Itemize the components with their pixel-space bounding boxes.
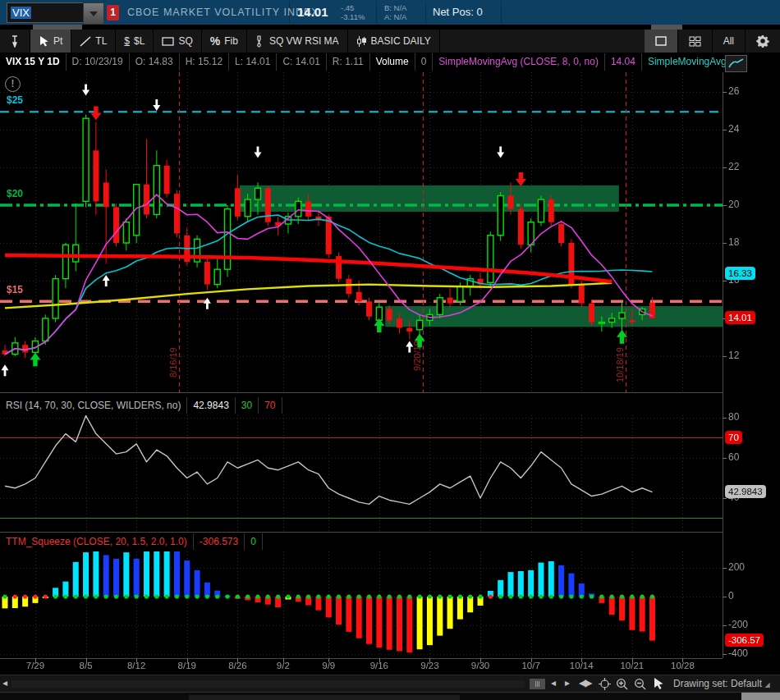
trendline-tool-button[interactable]: TL <box>71 30 116 53</box>
grid-icon <box>689 36 701 47</box>
background-window-strip <box>0 692 780 700</box>
line-chart-icon <box>726 56 746 71</box>
ohlc-close: C: 14.01 <box>277 53 326 71</box>
price-axis-label: 24 <box>728 123 739 135</box>
price-axis-label: 26 <box>728 85 739 97</box>
pan-icon[interactable]: ◀▶ <box>579 677 590 689</box>
crosshair-icon[interactable] <box>599 678 611 690</box>
volume-label: Volume <box>370 53 415 71</box>
last-price: 14.01 <box>297 5 328 19</box>
price-axis-label: 22 <box>728 161 739 172</box>
candlestick-icon <box>356 35 367 48</box>
chevron-down-icon <box>89 11 98 16</box>
price-axis-label: 12 <box>728 350 739 361</box>
pointer-mode-icon[interactable] <box>653 677 664 690</box>
chart-canvas[interactable] <box>0 0 780 700</box>
beaker-icon <box>255 35 265 48</box>
drawing-set-selector[interactable]: Drawing set: Default ◢ <box>673 678 770 689</box>
sma8-value: 14.04 <box>605 53 642 71</box>
grid-layout-button[interactable] <box>678 30 713 53</box>
date-axis-label: 10/21 <box>616 661 649 670</box>
scroll-left-icon[interactable]: ◂ <box>551 677 556 689</box>
scroll-right-icon[interactable]: ▸ <box>565 677 570 689</box>
ohlc-open: O: 14.83 <box>130 53 180 71</box>
rectangle-tool-button[interactable]: SQ <box>154 30 201 53</box>
ttm-header: TTM_Squeeze (CLOSE, 20, 1.5, 2.0, 1.0) -… <box>0 533 723 551</box>
dollar-icon: $ <box>124 35 130 47</box>
scroll-left-edge-icon[interactable]: ◂ <box>2 677 7 689</box>
ohlc-range: R: 1.11 <box>327 53 370 71</box>
price-level-label: $20 <box>7 188 23 199</box>
rsi-value: 42.9843 <box>187 397 235 414</box>
ttm-axis-label: -400 <box>728 647 748 659</box>
study-set-button[interactable]: SQ VW RSI MA <box>247 30 348 53</box>
drawing-toolbar: Pt TL $ $L SQ % Fib SQ VW RSI MA BASIC <box>0 30 780 53</box>
ma-value-bubble: 16.33 <box>725 267 755 280</box>
rsi-overbought-bubble: 70 <box>725 431 742 444</box>
date-axis-label: 8/5 <box>70 661 103 670</box>
date-axis-label: 9/9 <box>312 661 345 670</box>
ttm-value-bubble: -306.57 <box>725 634 764 647</box>
rsi-axis-label: 60 <box>728 451 739 463</box>
symbol-timeframe: VIX 15 Y 1D <box>0 53 67 71</box>
trading-platform-window: VIX 1 CBOE MARKET VOLATILITY INDEX 14.01… <box>0 0 780 700</box>
ohlc-low: L: 14.01 <box>229 53 277 71</box>
corner-resize-icon: ◢ <box>764 681 769 689</box>
zoom-in-icon[interactable] <box>616 678 629 691</box>
price-change: -.45-3.11% <box>341 3 365 21</box>
price-axis-label: 20 <box>728 199 739 210</box>
all-button[interactable]: All <box>713 30 746 53</box>
single-chart-layout-button[interactable] <box>645 30 678 53</box>
horizontal-scrollbar-handle[interactable] <box>530 679 545 689</box>
rsi-study-label[interactable]: RSI (14, 70, 30, CLOSE, WILDERS, no) <box>0 397 187 414</box>
date-axis-label: 10/28 <box>666 661 699 670</box>
price-level-label: $15 <box>7 284 23 295</box>
rsi-header: RSI (14, 70, 30, CLOSE, WILDERS, no) 42.… <box>0 396 723 414</box>
date-axis-label: 9/23 <box>413 661 446 670</box>
price-level-tool-button[interactable]: $ $L <box>116 30 154 53</box>
ttm-study-label[interactable]: TTM_Squeeze (CLOSE, 20, 1.5, 2.0, 1.0) <box>0 533 194 550</box>
price-axis-label: 18 <box>728 236 739 248</box>
date-axis-label: 10/14 <box>565 661 598 670</box>
net-position: Net Pos: 0 <box>433 6 483 18</box>
ttm-zero-value: 0 <box>245 533 263 550</box>
trendline-icon <box>80 36 91 47</box>
rsi-overbought-value: 70 <box>259 397 282 414</box>
ttm-axis-label: 200 <box>728 561 745 573</box>
chart-style-button[interactable] <box>725 55 747 72</box>
single-pane-icon <box>655 36 667 46</box>
symbol-dropdown-button[interactable] <box>83 2 104 25</box>
ttm-value: -306.573 <box>194 533 245 550</box>
alert-badge[interactable]: 1 <box>107 5 119 21</box>
pin-button[interactable] <box>0 30 30 53</box>
bid-ask: B: N/AA: N/A <box>384 3 406 21</box>
fib-tool-button[interactable]: % Fib <box>202 30 247 53</box>
pin-icon <box>10 35 20 48</box>
settings-button[interactable] <box>746 30 780 53</box>
rsi-oversold-value: 30 <box>236 397 259 414</box>
ttm-axis-label: 0 <box>728 590 734 602</box>
pattern-button[interactable]: BASIC DAILY <box>348 30 440 53</box>
zoom-out-icon[interactable] <box>634 678 647 691</box>
rsi-axis-label: 80 <box>728 411 739 423</box>
ohlc-date: D: 10/23/19 <box>67 53 130 71</box>
last-price-bubble: 14.01 <box>725 311 755 324</box>
symbol-input[interactable]: VIX <box>7 2 87 23</box>
alert-circle-icon[interactable]: ! <box>5 76 21 92</box>
date-axis-label: 9/2 <box>267 661 300 670</box>
sma8-study-label[interactable]: SimpleMovingAvg (CLOSE, 8, 0, no) <box>433 53 605 71</box>
percent-icon: % <box>210 34 220 48</box>
pointer-tool-button[interactable]: Pt <box>30 30 71 53</box>
chart-bottom-toolbar: ◂ ◂ ▸ ◀▶ Drawing set: Default ◢ <box>0 675 780 693</box>
rectangle-icon <box>162 37 174 46</box>
chart-header: VIX 15 Y 1D D: 10/23/19 O: 14.83 H: 15.1… <box>0 53 723 71</box>
date-axis-label: 9/30 <box>464 661 497 670</box>
volume-value: 0 <box>415 53 434 71</box>
gear-icon <box>756 34 769 48</box>
horizontal-scrollbar-track[interactable] <box>11 680 525 688</box>
date-axis-label: 7/29 <box>19 661 52 670</box>
price-level-label: $25 <box>7 94 23 106</box>
date-axis-label: 10/7 <box>515 661 548 670</box>
rsi-value-bubble: 42.9843 <box>725 485 766 498</box>
date-axis-label: 9/16 <box>363 661 396 670</box>
